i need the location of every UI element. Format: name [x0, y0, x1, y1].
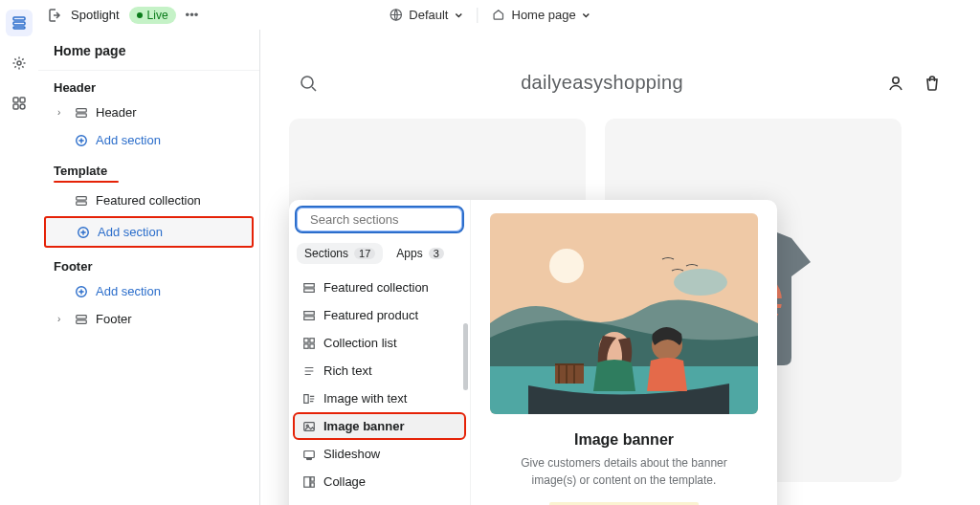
- sidebar-item-header[interactable]: › Header: [44, 99, 254, 126]
- live-label: Live: [147, 9, 168, 22]
- plus-circle-icon: [77, 226, 90, 239]
- svg-rect-17: [77, 319, 87, 323]
- search-icon[interactable]: [299, 74, 318, 93]
- section-picker-popup: Sections 17 Apps 3 Featured collection F…: [289, 200, 777, 505]
- add-section-label: Add section: [98, 225, 163, 239]
- section-option-label: Collection list: [323, 336, 397, 350]
- chevron-right-icon: ›: [57, 107, 60, 118]
- add-section-footer[interactable]: Add section: [44, 277, 254, 305]
- add-section-label: Add section: [96, 284, 161, 298]
- svg-rect-16: [77, 315, 87, 318]
- preview-title: Image banner: [574, 431, 674, 449]
- section-icon: [75, 106, 88, 120]
- svg-rect-32: [310, 343, 314, 347]
- svg-rect-9: [77, 108, 87, 112]
- section-option-label: Slideshow: [323, 447, 380, 461]
- tab-count: 17: [354, 248, 375, 259]
- tab-label: Apps: [396, 247, 422, 260]
- chevron-down-icon: [454, 11, 463, 20]
- section-option-label: Image with text: [323, 391, 407, 406]
- left-rail: [0, 0, 38, 505]
- rail-settings-icon[interactable]: [6, 50, 33, 77]
- section-option[interactable]: Multicolumn: [293, 495, 466, 505]
- section-option-label: Image banner: [323, 419, 405, 433]
- exit-icon[interactable]: [46, 8, 61, 23]
- svg-rect-36: [304, 450, 315, 457]
- group-header-label: Header: [38, 71, 259, 99]
- separator: [477, 8, 478, 23]
- svg-rect-33: [304, 394, 308, 403]
- svg-rect-42: [311, 482, 315, 486]
- rail-apps-icon[interactable]: [6, 90, 33, 117]
- svg-point-7: [20, 104, 25, 109]
- page-label: Home page: [511, 8, 575, 22]
- section-option[interactable]: Featured collection: [293, 274, 466, 301]
- svg-point-52: [674, 269, 727, 296]
- section-search-input[interactable]: [295, 206, 464, 233]
- page-selector[interactable]: Home page: [491, 8, 590, 22]
- section-option[interactable]: Image with text: [293, 384, 466, 412]
- svg-rect-29: [304, 338, 308, 341]
- svg-rect-30: [310, 338, 314, 341]
- section-option[interactable]: Collage: [293, 468, 466, 495]
- svg-rect-12: [77, 196, 87, 200]
- store-name: dailyeasyshopping: [318, 72, 886, 94]
- svg-point-19: [893, 77, 899, 82]
- sidebar-item-featured-collection[interactable]: Featured collection: [44, 187, 254, 214]
- section-option[interactable]: Collection list: [293, 329, 466, 357]
- svg-rect-2: [13, 27, 25, 29]
- tab-label: Sections: [304, 247, 348, 260]
- section-search-field[interactable]: [310, 212, 471, 227]
- tab-count: 3: [429, 248, 444, 259]
- svg-point-51: [549, 249, 584, 283]
- section-option-label: Featured collection: [323, 280, 429, 295]
- sidebar-item-label: Featured collection: [96, 193, 201, 208]
- more-icon[interactable]: •••: [186, 8, 199, 22]
- cart-icon[interactable]: [923, 74, 942, 93]
- sidebar-item-footer[interactable]: › Footer: [44, 305, 254, 333]
- group-footer-label: Footer: [38, 250, 259, 277]
- theme-name: Spotlight: [71, 8, 120, 22]
- section-option-label: Collage: [323, 474, 366, 489]
- device-selector[interactable]: Default: [389, 8, 463, 22]
- plus-circle-icon: [75, 285, 88, 298]
- preview-description: Give customers details about the banner …: [500, 454, 748, 489]
- scrollbar[interactable]: [463, 323, 468, 390]
- group-template-label: Template: [38, 154, 259, 187]
- chevron-down-icon: [582, 11, 591, 20]
- section-option[interactable]: Rich text: [293, 357, 466, 384]
- section-icon: [75, 313, 88, 326]
- rail-sections-icon[interactable]: [6, 10, 33, 36]
- sidebar-item-label: Footer: [96, 312, 132, 326]
- svg-rect-6: [13, 104, 18, 109]
- tab-apps[interactable]: Apps 3: [389, 243, 451, 264]
- live-badge: Live: [129, 7, 176, 24]
- svg-rect-25: [304, 283, 315, 287]
- svg-rect-1: [13, 22, 25, 25]
- svg-rect-41: [311, 476, 315, 480]
- add-section-label: Add section: [96, 133, 161, 147]
- section-preview-image: [490, 213, 758, 414]
- section-option-label: Rich text: [323, 363, 372, 378]
- svg-rect-10: [77, 113, 87, 117]
- svg-point-39: [310, 458, 311, 459]
- account-icon[interactable]: [886, 74, 905, 93]
- add-section-header[interactable]: Add section: [44, 126, 254, 154]
- section-option-image-banner[interactable]: Image banner: [293, 412, 466, 440]
- svg-point-3: [17, 61, 21, 65]
- svg-rect-26: [304, 288, 315, 292]
- svg-rect-5: [20, 98, 25, 102]
- section-option[interactable]: Slideshow: [293, 440, 466, 468]
- top-bar: Spotlight Live ••• Default Home page: [38, 0, 980, 30]
- device-label: Default: [409, 8, 448, 22]
- tab-sections[interactable]: Sections 17: [297, 243, 383, 264]
- sidebar: Home page Header › Header Add section Te…: [38, 30, 260, 505]
- svg-point-18: [301, 77, 313, 88]
- svg-rect-4: [13, 98, 18, 102]
- plus-circle-icon: [75, 134, 88, 147]
- section-option[interactable]: Featured product: [293, 301, 466, 329]
- section-list[interactable]: Featured collection Featured product Col…: [289, 272, 470, 505]
- section-option-label: Featured product: [323, 308, 418, 322]
- add-section-template[interactable]: Add section: [44, 216, 254, 248]
- svg-rect-28: [304, 316, 315, 319]
